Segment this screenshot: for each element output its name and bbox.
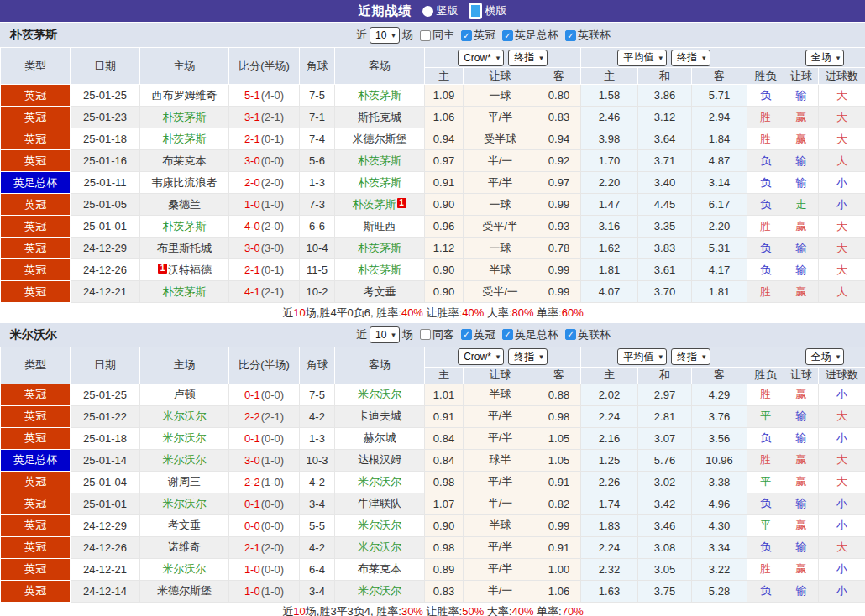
away-team-cell[interactable]: 米尔沃尔 (335, 471, 425, 493)
euro-stage-select[interactable]: 终指▾ (671, 348, 710, 365)
odds-stage-select[interactable]: 终指▾ (508, 348, 548, 365)
home-team-cell[interactable]: 卢顿 (140, 384, 229, 405)
corner-cell: 6-4 (300, 558, 335, 580)
date-cell: 24-12-26 (71, 536, 140, 558)
col-header-euro-home: 主 (581, 367, 638, 384)
away-team-cell[interactable]: 朴茨茅斯 (335, 238, 425, 259)
euro-odds-away: 10.96 (692, 449, 747, 471)
asian-odds-handicap: 半球 (464, 384, 537, 405)
match-count-select[interactable]: 10▾ (370, 326, 400, 343)
asian-odds-home: 0.96 (425, 216, 464, 238)
league-checkbox-facup[interactable]: ✓英足总杯 (502, 327, 558, 342)
home-team-cell[interactable]: 朴茨茅斯 (140, 128, 229, 150)
outcome-handicap: 输 (784, 405, 819, 427)
home-team-cell[interactable]: 西布罗姆维奇 (140, 85, 229, 107)
match-row: 英冠25-01-04谢周三2-2(1-0)4-2米尔沃尔0.98平/半0.912… (1, 471, 865, 493)
view-mode-vertical-radio[interactable]: 竖版 (422, 3, 459, 18)
chevron-down-icon: ▾ (658, 352, 663, 361)
euro-stage-select[interactable]: 终指▾ (671, 50, 710, 66)
home-team-cell[interactable]: 朴茨茅斯 (140, 281, 229, 303)
outcome-goals: 小 (819, 172, 865, 194)
home-team-cell[interactable]: 米尔沃尔 (140, 405, 229, 427)
away-team-cell[interactable]: 米尔沃尔 (335, 580, 425, 602)
home-team-cell[interactable]: 诺维奇 (140, 536, 229, 558)
outcome-result: 负 (747, 85, 784, 107)
score-cell: 3-0(3-0) (229, 238, 300, 259)
match-row: 英足总杯25-01-14米尔沃尔3-0(1-0)10-3达根汉姆0.84球半1.… (1, 449, 865, 471)
odds-company-select[interactable]: Crow*▾ (458, 348, 504, 365)
away-team-cell[interactable]: 赫尔城 (335, 427, 425, 449)
home-team-cell[interactable]: 考文垂 (140, 514, 229, 536)
col-header-euro-away: 客 (692, 367, 747, 384)
home-team-cell[interactable]: 朴茨茅斯 (140, 216, 229, 238)
home-team-cell[interactable]: 米尔沃尔 (140, 558, 229, 580)
league-checkbox-facup[interactable]: ✓英足总杯 (502, 28, 558, 43)
home-team-cell[interactable]: 桑德兰 (140, 194, 229, 216)
away-team-cell[interactable]: 斯托克城 (335, 107, 425, 128)
away-team-cell[interactable]: 米尔沃尔 (335, 514, 425, 536)
away-team-cell[interactable]: 考文垂 (335, 281, 425, 303)
euro-company-select[interactable]: 平均值▾ (617, 348, 667, 365)
home-team-cell[interactable]: 谢周三 (140, 471, 229, 493)
away-team-cell[interactable]: 米尔沃尔 (335, 384, 425, 405)
league-checkbox-eflcup[interactable]: ✓英联杯 (565, 327, 611, 342)
home-team-cell[interactable]: 米尔沃尔 (140, 427, 229, 449)
summary-text: 大率: (484, 306, 511, 319)
asian-odds-handicap: 半/一 (464, 150, 537, 172)
summary-text: 大率: (484, 605, 511, 616)
away-team-cell[interactable]: 达根汉姆 (335, 449, 425, 471)
date-cell: 24-12-14 (71, 580, 140, 602)
euro-odds-away: 3.76 (692, 405, 747, 427)
summary-row: 近10场,胜3平3负4, 胜率:30% 让胜率:50% 大率:40% 单率:70… (1, 602, 865, 616)
home-team-cell[interactable]: 韦康比流浪者 (140, 172, 229, 194)
date-cell: 24-12-29 (71, 514, 140, 536)
home-team-cell[interactable]: 米尔沃尔 (140, 449, 229, 471)
match-count-select[interactable]: 10▾ (370, 27, 400, 44)
away-team-cell[interactable]: 米尔沃尔 (335, 536, 425, 558)
away-team-cell[interactable]: 朴茨茅斯 (335, 85, 425, 107)
euro-odds-away: 1.81 (692, 281, 747, 303)
euro-odds-away: 4.17 (692, 259, 747, 281)
euro-odds-home: 2.32 (581, 558, 638, 580)
euro-odds-away: 5.28 (692, 580, 747, 602)
scope-select[interactable]: 全场▾ (805, 348, 845, 365)
league-badge: 英冠 (1, 150, 71, 172)
chevron-down-icon: ▾ (391, 331, 396, 339)
league-checkbox-championship[interactable]: ✓英冠 (461, 327, 495, 342)
home-team-cell[interactable]: 朴茨茅斯 (140, 107, 229, 128)
col-header-away: 客场 (335, 48, 425, 85)
away-team-cell[interactable]: 朴茨茅斯 (335, 259, 425, 281)
euro-odds-draw: 3.86 (638, 85, 692, 107)
home-team-cell[interactable]: 米德尔斯堡 (140, 580, 229, 602)
home-team-cell[interactable]: 米尔沃尔 (140, 493, 229, 514)
date-cell: 25-01-04 (71, 471, 140, 493)
league-badge: 英足总杯 (1, 449, 71, 471)
away-team-cell[interactable]: 卡迪夫城 (335, 405, 425, 427)
scope-select[interactable]: 全场▾ (805, 50, 845, 66)
away-team-cell[interactable]: 米德尔斯堡 (335, 128, 425, 150)
league-checkbox-championship[interactable]: ✓英冠 (461, 28, 495, 43)
away-team-cell[interactable]: 斯旺西 (335, 216, 425, 238)
away-team-cell[interactable]: 牛津联队 (335, 493, 425, 514)
col-header-outcome: 胜负 (747, 367, 784, 384)
home-team-cell[interactable]: 1沃特福德 (140, 259, 229, 281)
odds-company-select[interactable]: Crow*▾ (458, 50, 504, 66)
home-team-cell[interactable]: 布莱克本 (140, 150, 229, 172)
euro-odds-away: 2.94 (692, 107, 747, 128)
odds-stage-select[interactable]: 终指▾ (508, 50, 548, 66)
home-team-cell[interactable]: 布里斯托城 (140, 238, 229, 259)
asian-odds-home: 1.09 (425, 85, 464, 107)
view-mode-horizontal-radio[interactable]: 横版 (469, 3, 507, 19)
same-side-checkbox[interactable]: 同客 (420, 327, 454, 342)
league-checkbox-eflcup[interactable]: ✓英联杯 (565, 28, 611, 43)
results-table: 类型 日期 主场 比分(半场) 角球 客场 Crow*▾ 终指▾ 平均值▾ 终指… (0, 347, 865, 616)
away-team-cell[interactable]: 布莱克本 (335, 558, 425, 580)
away-team-cell[interactable]: 朴茨茅斯 (335, 150, 425, 172)
away-team-cell[interactable]: 朴茨茅斯 (335, 172, 425, 194)
col-header-euro-home: 主 (581, 68, 638, 85)
euro-company-select[interactable]: 平均值▾ (617, 50, 667, 66)
section-millwall: 米尔沃尔 近 10▾ 场 同客 ✓英冠 ✓英足总杯 ✓英联杯 类型 日期 主场 … (0, 323, 865, 616)
away-team-cell[interactable]: 朴茨茅斯1 (335, 194, 425, 216)
chevron-down-icon: ▾ (836, 352, 841, 361)
same-side-checkbox[interactable]: 同主 (420, 28, 454, 43)
